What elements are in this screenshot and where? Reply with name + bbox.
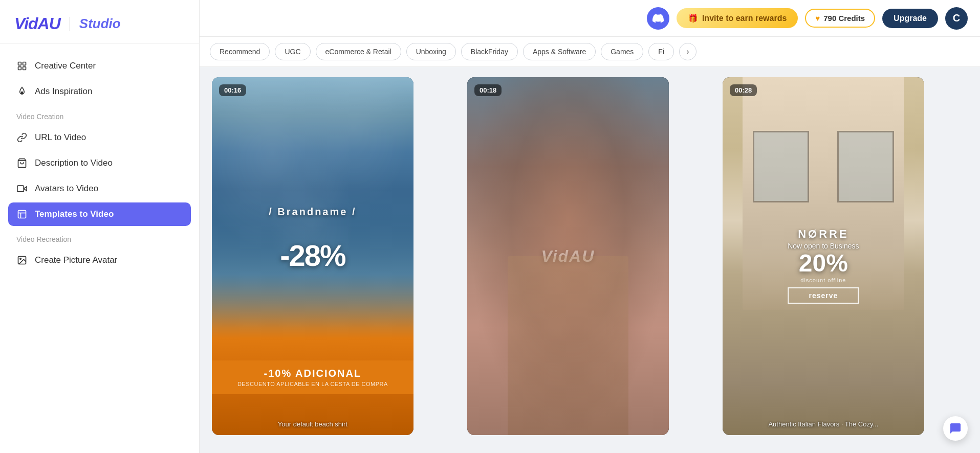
category-ecommerce-label: eCommerce & Retail xyxy=(325,48,391,56)
svg-rect-1 xyxy=(23,62,26,65)
header: 🎁 Invite to earn rewards ♥ 790 Credits U… xyxy=(200,0,980,37)
video-grid: / Brandname / -28% -10% ADICIONAL DESCUE… xyxy=(200,67,980,453)
image-icon xyxy=(16,255,28,266)
invite-icon: 🎁 xyxy=(688,13,698,23)
video-3-caption: Authentic Italian Flavors · The Cozy... xyxy=(723,420,924,428)
sidebar-item-templates-to-video[interactable]: Templates to Video xyxy=(8,202,191,226)
category-bar: Recommend UGC eCommerce & Retail Unboxin… xyxy=(200,37,980,67)
discount-bar: -10% ADICIONAL DESCUENTO APLICABLE EN LA… xyxy=(212,360,413,394)
category-games-label: Games xyxy=(611,48,634,56)
sidebar-item-creative-center-label: Creative Center xyxy=(35,61,96,71)
section-video-recreation: Video Recreation xyxy=(8,228,191,246)
brandname-text: / Brandname / xyxy=(269,206,356,218)
sidebar-item-creative-center[interactable]: Creative Center xyxy=(8,54,191,78)
heart-icon: ♥ xyxy=(815,14,820,22)
logo-divider xyxy=(70,17,70,31)
svg-rect-0 xyxy=(18,62,21,65)
link-icon xyxy=(16,132,28,143)
chat-button[interactable] xyxy=(943,416,968,441)
svg-rect-6 xyxy=(18,211,26,218)
sidebar-item-create-picture-avatar-label: Create Picture Avatar xyxy=(35,255,117,265)
video-1-caption: Your default beach shirt xyxy=(212,420,413,428)
discount-percentage: -28% xyxy=(280,238,345,273)
invite-label: Invite to earn rewards xyxy=(702,14,787,23)
svg-rect-2 xyxy=(18,67,21,70)
category-unboxing-label: Unboxing xyxy=(416,48,446,56)
category-fi-label: Fi xyxy=(658,48,664,56)
credits-button[interactable]: ♥ 790 Credits xyxy=(805,9,875,28)
video-2-duration: 00:18 xyxy=(474,84,502,96)
sidebar-item-avatars-to-video[interactable]: Avatars to Video xyxy=(8,177,191,200)
svg-rect-3 xyxy=(23,67,26,70)
category-ecommerce[interactable]: eCommerce & Retail xyxy=(316,43,401,60)
sidebar-item-ads-inspiration[interactable]: Ads Inspiration xyxy=(8,80,191,103)
sidebar-item-description-to-video-label: Description to Video xyxy=(35,158,113,168)
invite-button[interactable]: 🎁 Invite to earn rewards xyxy=(677,8,798,28)
category-apps[interactable]: Apps & Software xyxy=(523,43,596,60)
category-games[interactable]: Games xyxy=(601,43,643,60)
shopping-bag-icon xyxy=(16,157,28,169)
category-ugc[interactable]: UGC xyxy=(275,43,310,60)
section-video-creation: Video Creation xyxy=(8,105,191,124)
grid-icon xyxy=(16,60,28,72)
upgrade-button[interactable]: Upgrade xyxy=(882,9,938,28)
logo-name: VidAU xyxy=(14,14,60,33)
camera-icon xyxy=(16,183,28,194)
svg-point-8 xyxy=(20,258,21,260)
sidebar: VidAU Studio Creative Center xyxy=(0,0,200,453)
category-ugc-label: UGC xyxy=(285,48,300,56)
discord-button[interactable] xyxy=(647,7,669,30)
upgrade-label: Upgrade xyxy=(894,14,927,22)
category-recommend[interactable]: Recommend xyxy=(210,43,270,60)
category-fi[interactable]: Fi xyxy=(648,43,674,60)
sidebar-nav: Creative Center Ads Inspiration Video Cr… xyxy=(0,44,199,453)
logo-studio: Studio xyxy=(79,16,121,32)
sidebar-item-description-to-video[interactable]: Description to Video xyxy=(8,151,191,175)
video-card-1[interactable]: / Brandname / -28% -10% ADICIONAL DESCUE… xyxy=(212,77,413,435)
sidebar-item-create-picture-avatar[interactable]: Create Picture Avatar xyxy=(8,248,191,272)
category-apps-label: Apps & Software xyxy=(533,48,586,56)
category-blackfriday-label: BlackFriday xyxy=(471,48,508,56)
sidebar-item-url-to-video-label: URL to Video xyxy=(35,132,86,143)
chevron-right-icon: › xyxy=(686,47,689,56)
category-scroll-right[interactable]: › xyxy=(679,43,696,60)
svg-rect-5 xyxy=(17,186,24,192)
category-blackfriday[interactable]: BlackFriday xyxy=(461,43,518,60)
sidebar-item-ads-inspiration-label: Ads Inspiration xyxy=(35,86,92,97)
video-1-duration: 00:16 xyxy=(219,84,246,96)
sidebar-item-avatars-to-video-label: Avatars to Video xyxy=(35,184,98,194)
storefront-overlay: NØRRE Now open to Business 20% discount … xyxy=(788,228,859,304)
category-unboxing[interactable]: Unboxing xyxy=(406,43,456,60)
credits-label: 790 Credits xyxy=(823,14,865,22)
category-recommend-label: Recommend xyxy=(220,48,260,56)
sidebar-item-templates-to-video-label: Templates to Video xyxy=(35,209,114,219)
video-card-3[interactable]: NØRRE Now open to Business 20% discount … xyxy=(723,77,924,435)
avatar-letter: C xyxy=(953,12,960,24)
template-icon xyxy=(16,209,28,220)
video-3-duration: 00:28 xyxy=(730,84,757,96)
logo-area: VidAU Studio xyxy=(0,0,199,44)
main-content: 🎁 Invite to earn rewards ♥ 790 Credits U… xyxy=(200,0,980,453)
sidebar-item-url-to-video[interactable]: URL to Video xyxy=(8,126,191,149)
flame-icon xyxy=(16,86,28,97)
video-card-2[interactable]: VidAU 00:18 xyxy=(467,77,669,435)
user-avatar[interactable]: C xyxy=(945,7,968,30)
